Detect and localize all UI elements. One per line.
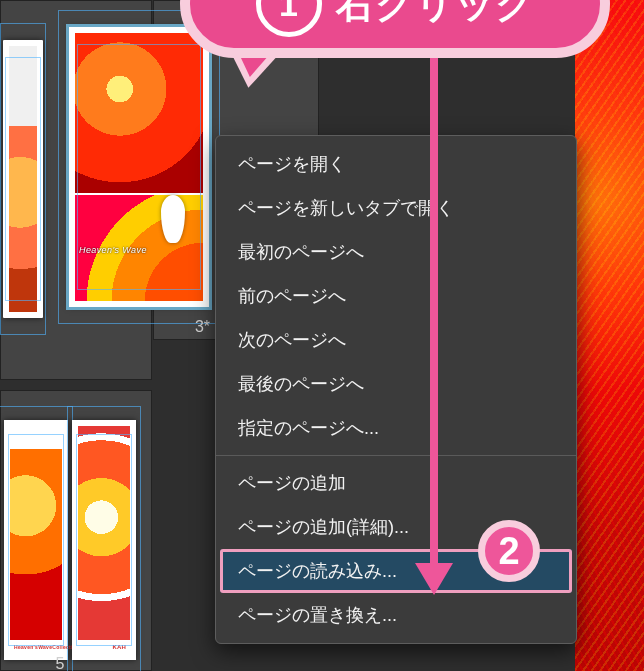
page-label-3-text: 3* — [195, 318, 210, 335]
page-thumb-5[interactable]: KAH — [72, 420, 136, 660]
ctx-add-page[interactable]: ページの追加 — [216, 461, 576, 505]
page-thumb-2-art — [9, 46, 37, 312]
ctx-open-page[interactable]: ページを開く — [216, 142, 576, 186]
callout-1-number: 1 — [256, 0, 322, 37]
page-label-5: 5 — [40, 655, 80, 671]
ctx-first-page[interactable]: 最初のページへ — [216, 230, 576, 274]
ctx-next-page[interactable]: 次のページへ — [216, 318, 576, 362]
callout-1-text: 右クリック — [336, 0, 535, 30]
page-label-3: 3* — [170, 318, 210, 336]
page-thumb-3-caption: Heaven's Wave — [79, 245, 147, 255]
page-thumb-4[interactable]: Heaven'sWaveCollections — [4, 420, 68, 660]
ctx-separator-1 — [216, 455, 576, 456]
document-canvas-art — [575, 0, 644, 671]
page-label-5-text: 5 — [56, 655, 65, 671]
ctx-replace-page[interactable]: ページの置き換え... — [216, 593, 576, 637]
page-thumb-5-caption: KAH — [78, 640, 130, 654]
page-thumb-4-caption: Heaven'sWaveCollections — [10, 640, 62, 654]
page-thumb-3-figure — [161, 195, 185, 243]
ctx-goto-page[interactable]: 指定のページへ... — [216, 406, 576, 450]
ctx-open-page-new-tab[interactable]: ページを新しいタブで開く — [216, 186, 576, 230]
callout-arrow — [430, 55, 438, 565]
page-thumb-3-art-top — [75, 33, 203, 193]
callout-2-badge: 2 — [478, 520, 540, 582]
page-thumb-3-selected[interactable]: Heaven's Wave — [69, 27, 209, 307]
page-thumb-5-art — [78, 426, 130, 654]
ctx-last-page[interactable]: 最後のページへ — [216, 362, 576, 406]
page-thumb-2[interactable] — [3, 40, 43, 318]
ctx-prev-page[interactable]: 前のページへ — [216, 274, 576, 318]
callout-1-bubble: 1 右クリック — [180, 0, 610, 58]
page-thumb-4-art — [10, 426, 62, 654]
